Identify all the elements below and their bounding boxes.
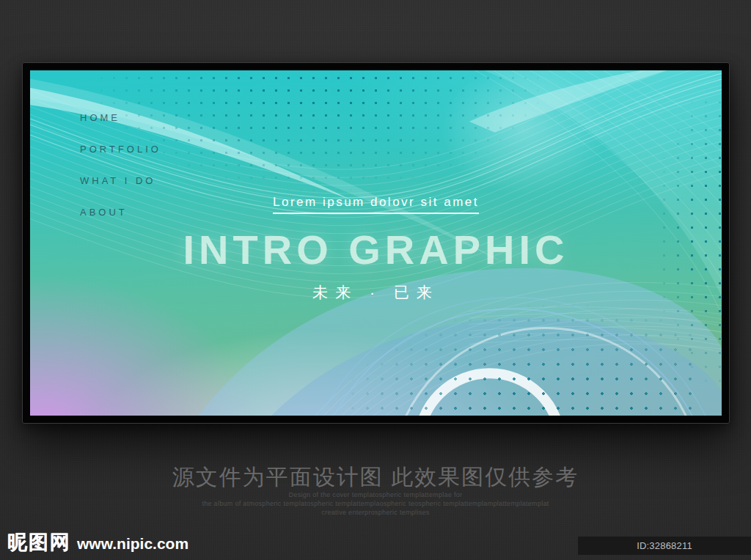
site-logo[interactable]: 昵图网 www.nipic.com [7,529,188,556]
site-logo-cn: 昵图网 [7,529,71,556]
poster-frame: HOME PORTFOLIO WHAT I DO ABOUT Lorem ips… [22,62,730,424]
disclaimer-line: creative enterprospheric templises [0,508,751,517]
halftone-dots-bottom [345,284,697,416]
poster-center-block: Lorem ipsum dolovr sit amet INTRO GRAPHI… [30,195,722,303]
nav-item-home[interactable]: HOME [80,112,161,123]
page-background: HOME PORTFOLIO WHAT I DO ABOUT Lorem ips… [0,0,751,560]
disclaimer-line: the album of atmospheric templatospheric… [0,499,751,508]
nav-item-what-i-do[interactable]: WHAT I DO [80,175,161,186]
nav-item-portfolio[interactable]: PORTFOLIO [80,144,161,155]
disclaimer-text-en: Design of the cover templatospheric temp… [0,490,751,517]
poster-subtitle: 未来 · 已来 [30,282,722,303]
site-url: www.nipic.com [77,535,188,553]
disclaimer-text-cn: 源文件为平面设计图 此效果图仅供参考 [0,463,751,493]
image-id-badge: ID:32868211 NO:20210825195220116105 [578,537,751,555]
poster-title: INTRO GRAPHIC [30,226,722,273]
disclaimer-line: Design of the cover templatospheric temp… [0,490,751,499]
poster-canvas: HOME PORTFOLIO WHAT I DO ABOUT Lorem ips… [30,70,722,416]
tagline-link[interactable]: Lorem ipsum dolovr sit amet [273,195,479,214]
